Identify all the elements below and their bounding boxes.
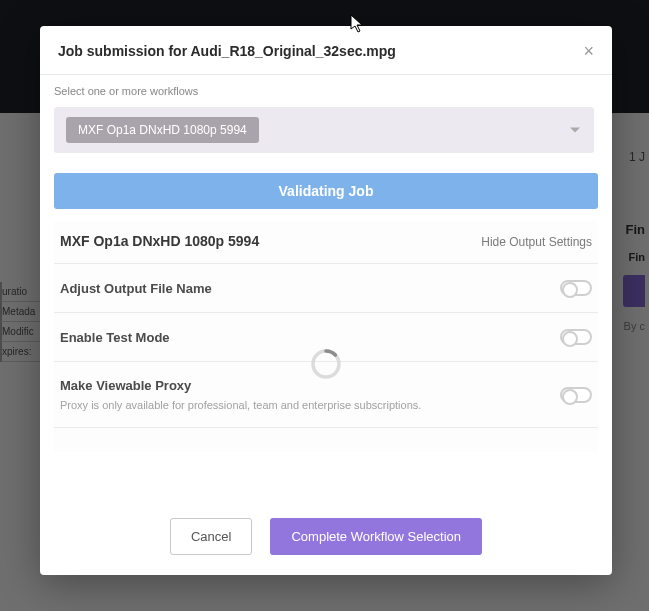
section-header: MXF Op1a DNxHD 1080p 5994 Hide Output Se… bbox=[54, 221, 598, 263]
toggle-output-settings-link[interactable]: Hide Output Settings bbox=[481, 235, 592, 249]
setting-adjust-output-filename: Adjust Output File Name bbox=[54, 263, 598, 313]
toggle-knob bbox=[562, 389, 578, 405]
setting-sublabel: Proxy is only available for professional… bbox=[60, 399, 421, 411]
cancel-button[interactable]: Cancel bbox=[170, 518, 252, 555]
toggle-enable-test-mode[interactable] bbox=[560, 329, 592, 345]
output-settings-section: MXF Op1a DNxHD 1080p 5994 Hide Output Se… bbox=[54, 221, 598, 452]
modal-footer: Cancel Complete Workflow Selection bbox=[40, 498, 612, 575]
setting-label: Adjust Output File Name bbox=[60, 281, 212, 296]
workflow-select-area: Select one or more workflows MXF Op1a DN… bbox=[40, 75, 612, 159]
modal-title: Job submission for Audi_R18_Original_32s… bbox=[58, 43, 396, 59]
workflow-chip[interactable]: MXF Op1a DNxHD 1080p 5994 bbox=[66, 117, 259, 143]
setting-label: Make Viewable Proxy bbox=[60, 378, 421, 393]
workflow-select[interactable]: MXF Op1a DNxHD 1080p 5994 bbox=[54, 107, 594, 153]
toggle-adjust-output-filename[interactable] bbox=[560, 280, 592, 296]
toggle-knob bbox=[562, 331, 578, 347]
setting-enable-test-mode: Enable Test Mode bbox=[54, 313, 598, 362]
close-icon[interactable]: × bbox=[583, 42, 594, 60]
workflow-select-label: Select one or more workflows bbox=[54, 85, 594, 97]
toggle-make-viewable-proxy[interactable] bbox=[560, 387, 592, 403]
section-title: MXF Op1a DNxHD 1080p 5994 bbox=[60, 233, 259, 249]
modal-header: Job submission for Audi_R18_Original_32s… bbox=[40, 26, 612, 75]
job-submission-modal: Job submission for Audi_R18_Original_32s… bbox=[40, 26, 612, 575]
setting-make-viewable-proxy: Make Viewable Proxy Proxy is only availa… bbox=[54, 362, 598, 428]
setting-label: Enable Test Mode bbox=[60, 330, 170, 345]
toggle-knob bbox=[562, 282, 578, 298]
complete-workflow-button[interactable]: Complete Workflow Selection bbox=[270, 518, 482, 555]
modal-spacer bbox=[40, 452, 612, 498]
status-bar: Validating Job bbox=[54, 173, 598, 209]
chevron-down-icon bbox=[570, 128, 580, 133]
